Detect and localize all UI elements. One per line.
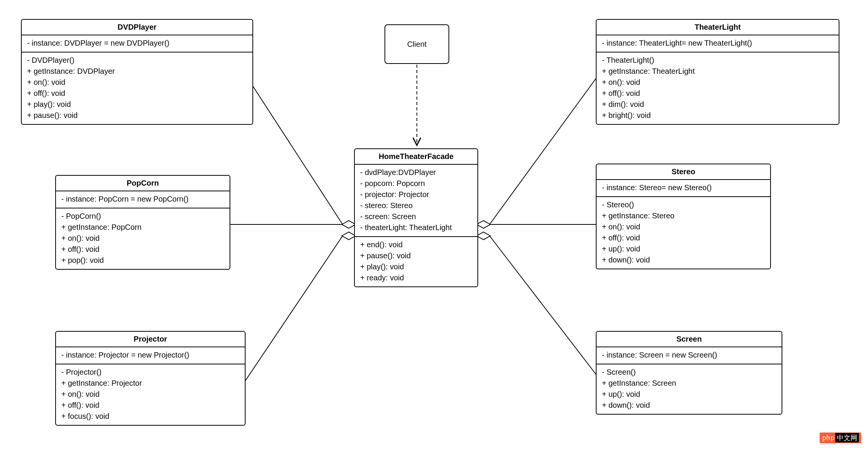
method: + off(): void: [602, 232, 765, 243]
class-methods: - Projector() + getInstance: Projector +…: [56, 364, 245, 425]
class-attributes: - instance: Projector = new Projector(): [56, 347, 245, 364]
attr: - screen: Screen: [360, 211, 472, 222]
class-theaterlight: TheaterLight - instance: TheaterLight= n…: [596, 19, 839, 125]
attr: - dvdPlaye:DVDPlayer: [360, 167, 472, 178]
svg-marker-3: [477, 221, 490, 228]
method: + off(): void: [602, 88, 833, 99]
method: + play(): void: [360, 261, 472, 272]
method: + on(): void: [61, 389, 239, 400]
class-methods: - Stereo() + getInstance: Stereo + on():…: [597, 197, 770, 269]
class-title: DVDPlayer: [22, 20, 252, 35]
class-attributes: - instance: TheaterLight= new TheaterLig…: [597, 35, 839, 52]
method: + pause(): void: [27, 110, 247, 121]
class-client: Client: [385, 24, 449, 64]
class-screen: Screen - instance: Screen = new Screen()…: [596, 331, 782, 415]
method: + up(): void: [602, 389, 776, 400]
svg-marker-1: [342, 221, 356, 228]
method: + getInstance: DVDPlayer: [27, 66, 247, 77]
method: + off(): void: [27, 88, 247, 99]
class-methods: - TheaterLight() + getInstance: TheaterL…: [597, 52, 839, 124]
class-methods: - PopCorn() + getInstance: PopCorn + on(…: [56, 208, 230, 269]
attr: - theaterLight: TheaterLight: [360, 222, 472, 233]
method: + getInstance: TheaterLight: [602, 66, 833, 77]
class-attributes: - instance: PopCorn = new PopCorn(): [56, 191, 230, 208]
svg-line-7: [246, 236, 343, 380]
method: + end(): void: [360, 239, 472, 250]
watermark-right: 中文网: [835, 433, 859, 442]
method: + pause(): void: [360, 250, 472, 261]
method: + off(): void: [61, 400, 239, 411]
class-attributes: - instance: Stereo= new Stereo(): [597, 180, 770, 197]
attr: - instance: TheaterLight= new TheaterLig…: [602, 38, 833, 49]
svg-marker-2: [342, 232, 356, 240]
client-label: Client: [407, 40, 426, 49]
method: + down(): void: [602, 400, 776, 411]
method: + getInstance: PopCorn: [61, 222, 224, 233]
method: - DVDPlayer(): [27, 55, 247, 66]
class-methods: - DVDPlayer() + getInstance: DVDPlayer +…: [22, 52, 252, 124]
attr: - instance: PopCorn = new PopCorn(): [61, 194, 224, 205]
class-dvdplayer: DVDPlayer - instance: DVDPlayer = new DV…: [21, 19, 253, 125]
method: + getInstance: Stereo: [602, 210, 765, 221]
method: + bright(): void: [602, 110, 833, 121]
class-title: Stereo: [597, 164, 770, 180]
class-stereo: Stereo - instance: Stereo= new Stereo() …: [596, 164, 771, 269]
method: - TheaterLight(): [602, 55, 833, 66]
class-title: HomeTheaterFacade: [355, 149, 477, 165]
class-methods: - Screen() + getInstance: Screen + up():…: [597, 364, 782, 414]
watermark-left: php: [822, 434, 834, 442]
method: + off(): void: [61, 244, 224, 255]
svg-line-10: [490, 236, 598, 377]
method: + up(): void: [602, 243, 765, 254]
method: + on(): void: [61, 233, 224, 244]
method: + focus(): void: [61, 411, 239, 422]
class-popcorn: PopCorn - instance: PopCorn = new PopCor…: [55, 175, 230, 270]
watermark: php中文网: [820, 433, 861, 443]
method: - Screen(): [602, 367, 776, 378]
attr: - stereo: Stereo: [360, 200, 472, 211]
svg-marker-4: [477, 232, 490, 240]
class-attributes: - instance: Screen = new Screen(): [597, 347, 782, 364]
class-title: TheaterLight: [597, 20, 839, 35]
class-title: Projector: [56, 332, 245, 347]
method: + play(): void: [27, 99, 247, 110]
method: + on(): void: [27, 77, 247, 88]
method: + getInstance: Screen: [602, 378, 776, 389]
attr: - popcorn: Popcorn: [360, 178, 472, 189]
method: - Projector(): [61, 367, 239, 378]
method: + on(): void: [602, 77, 833, 88]
attr: - instance: Stereo= new Stereo(): [602, 182, 765, 193]
method: + pop(): void: [61, 255, 224, 266]
method: - Stereo(): [602, 199, 765, 210]
method: + down(): void: [602, 254, 765, 266]
method: + on(): void: [602, 221, 765, 232]
attr: - instance: DVDPlayer = new DVDPlayer(): [27, 38, 247, 49]
diagram-canvas: Client HomeTheaterFacade - dvdPlaye:DVDP…: [0, 0, 868, 450]
class-attributes: - dvdPlaye:DVDPlayer - popcorn: Popcorn …: [355, 165, 477, 237]
class-hometheaterfacade: HomeTheaterFacade - dvdPlaye:DVDPlayer -…: [354, 148, 478, 287]
class-projector: Projector - instance: Projector = new Pr…: [55, 331, 246, 426]
class-methods: + end(): void + pause(): void + play(): …: [355, 237, 477, 286]
class-attributes: - instance: DVDPlayer = new DVDPlayer(): [22, 35, 252, 52]
method: + getInstance: Projector: [61, 378, 239, 389]
attr: - instance: Screen = new Screen(): [602, 350, 776, 361]
class-title: PopCorn: [56, 176, 230, 191]
method: - PopCorn(): [61, 211, 224, 222]
attr: - projector: Projector: [360, 189, 472, 200]
method: + dim(): void: [602, 99, 833, 110]
svg-line-8: [490, 76, 598, 224]
method: + ready: void: [360, 272, 472, 283]
svg-line-5: [251, 84, 343, 224]
attr: - instance: Projector = new Projector(): [61, 350, 239, 361]
class-title: Screen: [597, 332, 782, 347]
